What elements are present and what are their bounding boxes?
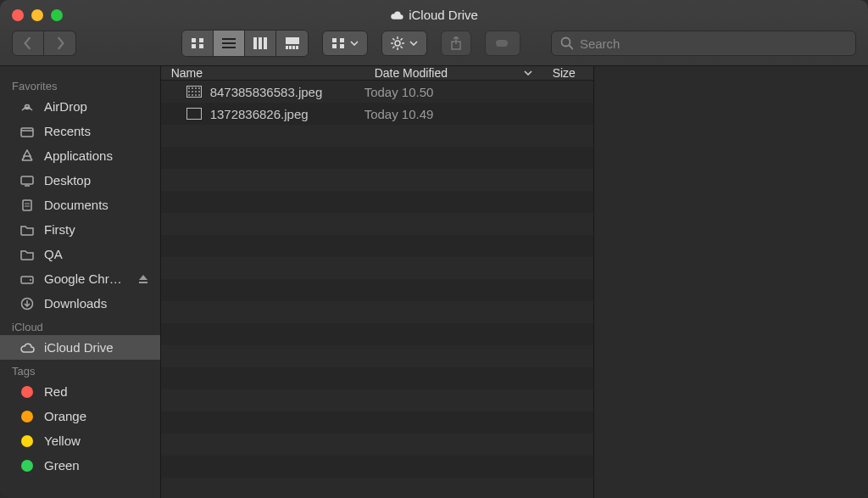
- list-icon: [222, 37, 236, 49]
- back-button[interactable]: [12, 31, 44, 56]
- svg-rect-2: [192, 44, 196, 48]
- sidebar-item-yellow[interactable]: Yellow: [0, 428, 160, 453]
- file-name: 847385836583.jpeg: [186, 85, 364, 99]
- columns-icon: [253, 37, 267, 49]
- sidebar-section-label: Favorites: [0, 75, 160, 94]
- table-row: [161, 257, 593, 279]
- downloads-icon: [19, 297, 36, 311]
- action-menu[interactable]: [381, 31, 427, 56]
- sidebar-item-google-chr-[interactable]: Google Chr…: [0, 266, 160, 291]
- chevron-down-icon: [524, 70, 532, 76]
- table-row: [161, 456, 593, 478]
- sidebar-item-qa[interactable]: QA: [0, 242, 160, 266]
- svg-rect-8: [259, 37, 262, 49]
- chevron-right-icon: [55, 36, 65, 50]
- sidebar-item-label: Google Chr…: [44, 271, 122, 286]
- file-date: Today 10.49: [364, 107, 542, 121]
- folder-icon: [19, 223, 36, 237]
- sidebar-item-desktop[interactable]: Desktop: [0, 168, 160, 193]
- sidebar-item-label: Firsty: [44, 222, 75, 237]
- svg-line-27: [401, 38, 403, 40]
- image-file-icon: [186, 86, 202, 98]
- svg-rect-0: [192, 38, 196, 42]
- nav-buttons: [12, 31, 76, 56]
- table-row: [161, 478, 593, 498]
- view-columns-button[interactable]: [245, 31, 276, 56]
- sidebar-item-label: Applications: [44, 148, 113, 163]
- svg-rect-4: [222, 38, 236, 40]
- share-button[interactable]: [441, 31, 471, 56]
- apps-icon: [19, 149, 36, 163]
- chevron-down-icon: [350, 41, 359, 46]
- eject-icon[interactable]: [138, 274, 148, 284]
- forward-button[interactable]: [44, 31, 76, 56]
- table-row: [161, 125, 593, 147]
- table-row: [161, 323, 593, 345]
- desktop-icon: [19, 174, 36, 187]
- tag-dot-icon: [19, 411, 36, 422]
- svg-line-32: [570, 46, 573, 50]
- sidebar-item-icloud-drive[interactable]: iCloud Drive: [0, 335, 160, 360]
- window-title-text: iCloud Drive: [409, 8, 478, 22]
- sidebar-item-red[interactable]: Red: [0, 379, 160, 404]
- sidebar-item-downloads[interactable]: Downloads: [0, 291, 160, 316]
- table-row[interactable]: 1372836826.jpegToday 10.49: [161, 103, 593, 125]
- sidebar-item-firsty[interactable]: Firsty: [0, 217, 160, 242]
- svg-rect-6: [222, 47, 236, 48]
- sidebar-item-label: Orange: [44, 409, 86, 423]
- table-row: [161, 279, 593, 301]
- view-gallery-button[interactable]: [276, 31, 308, 56]
- tag-dot-icon: [19, 386, 36, 398]
- file-list-panel: Name Date Modified Size 847385836583.jpe…: [161, 66, 593, 498]
- sidebar-item-label: Downloads: [44, 296, 107, 311]
- table-row: [161, 345, 593, 367]
- sidebar-item-label: Red: [44, 384, 68, 399]
- sidebar-item-documents[interactable]: Documents: [0, 193, 160, 217]
- gear-icon: [391, 36, 404, 50]
- table-row: [161, 213, 593, 235]
- sidebar-item-label: Green: [44, 458, 80, 473]
- sidebar-item-airdrop[interactable]: AirDrop: [0, 94, 160, 119]
- sidebar-item-label: iCloud Drive: [44, 340, 114, 355]
- svg-rect-15: [332, 38, 337, 42]
- table-row[interactable]: 847385836583.jpegToday 10.50: [161, 81, 593, 103]
- sidebar-section-label: iCloud: [0, 316, 160, 335]
- search-field[interactable]: [551, 31, 856, 56]
- arrange-menu[interactable]: [322, 31, 368, 56]
- sidebar-item-recents[interactable]: Recents: [0, 119, 160, 143]
- sidebar-item-label: AirDrop: [44, 99, 87, 114]
- sidebar-item-green[interactable]: Green: [0, 453, 160, 478]
- svg-rect-14: [296, 46, 298, 49]
- search-input[interactable]: [580, 36, 847, 51]
- view-list-button[interactable]: [214, 31, 245, 56]
- tags-button[interactable]: [485, 31, 520, 56]
- share-icon: [450, 36, 462, 50]
- cloud-icon: [390, 10, 403, 20]
- svg-rect-17: [332, 44, 337, 48]
- recents-icon: [19, 125, 36, 138]
- svg-rect-39: [21, 176, 33, 184]
- svg-rect-1: [199, 38, 203, 42]
- view-icons-button[interactable]: [182, 31, 214, 56]
- table-row: [161, 367, 593, 389]
- svg-rect-3: [199, 44, 203, 48]
- column-header-date[interactable]: Date Modified: [364, 66, 542, 80]
- tag-icon: [494, 37, 511, 49]
- column-header-name[interactable]: Name: [161, 66, 364, 80]
- sidebar-item-label: Documents: [44, 198, 108, 212]
- chevron-down-icon: [409, 41, 418, 46]
- sidebar-section-label: Tags: [0, 360, 160, 379]
- svg-rect-18: [340, 44, 344, 48]
- cloud-icon: [19, 341, 36, 355]
- sidebar-item-label: Recents: [44, 124, 91, 138]
- airdrop-icon: [19, 100, 36, 114]
- svg-rect-10: [286, 37, 299, 44]
- table-row: [161, 434, 593, 456]
- column-header-size[interactable]: Size: [542, 66, 593, 80]
- sidebar-item-applications[interactable]: Applications: [0, 143, 160, 168]
- table-row: [161, 235, 593, 257]
- svg-rect-41: [23, 200, 31, 210]
- svg-rect-7: [253, 37, 257, 49]
- table-row: [161, 301, 593, 323]
- sidebar-item-orange[interactable]: Orange: [0, 404, 160, 428]
